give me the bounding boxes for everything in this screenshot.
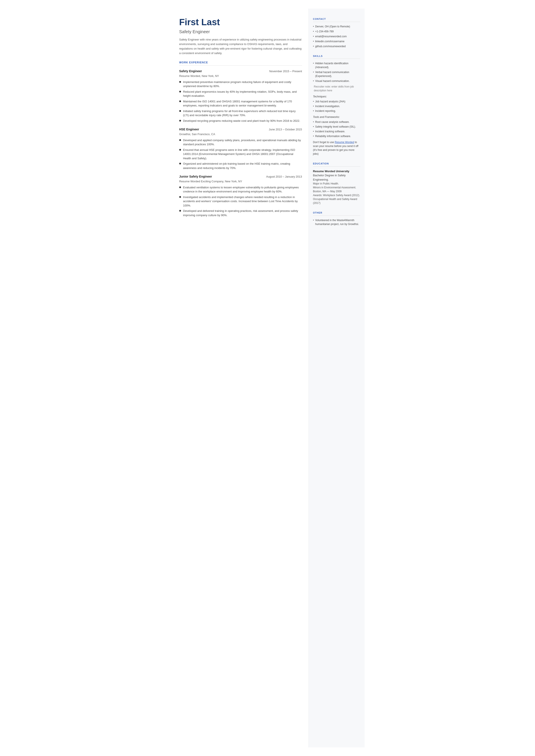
bullet-icon <box>179 210 181 211</box>
work-experience-header: WORK EXPERIENCE <box>179 61 302 66</box>
list-item: Ensured that annual HSE programs were in… <box>179 148 302 160</box>
bullet-icon <box>179 149 181 151</box>
job-header-2: HSE Engineer June 2013 – October 2015 <box>179 127 302 132</box>
education-header: EDUCATION <box>313 162 360 167</box>
bullet-icon <box>179 81 181 83</box>
list-item: Organized and administered on-job traini… <box>179 162 302 170</box>
list-item: Visual hazard communication. <box>313 79 360 83</box>
bullet-icon <box>179 196 181 198</box>
edu-entry-1: Resume Worded University Bachelor Degree… <box>313 169 360 205</box>
bullet-icon <box>179 91 181 93</box>
techniques-list: Job hazard analysis (JHA) Incident inves… <box>313 99 360 113</box>
other-list: Volunteered in the Waste4Warmth humanita… <box>313 218 360 226</box>
edu-location-date: Boston, MA — May 2009 <box>313 189 360 193</box>
list-item: Developed and delivered training in oper… <box>179 209 302 217</box>
job-dates-3: August 2010 – January 2013 <box>266 175 302 179</box>
right-column: CONTACT Denver, OH (Open to Remote) +1-2… <box>309 9 365 747</box>
list-item: Evaluated ventilation systems to lessen … <box>179 185 302 194</box>
bullet-icon <box>179 139 181 141</box>
contact-section: CONTACT Denver, OH (Open to Remote) +1-2… <box>313 17 360 48</box>
job-header-1: Safety Engineer November 2015 – Present <box>179 69 302 73</box>
edu-award-2: Occupational Health and Safety Award (20… <box>313 197 360 205</box>
recruiter-note: Recruiter note: enter skills from job de… <box>313 85 360 93</box>
rw-note-prefix: Don't forget to use <box>313 141 335 144</box>
list-item: Implemented preventive maintenance progr… <box>179 80 302 88</box>
list-item: Reduced plant ergonomics issues by 40% b… <box>179 90 302 98</box>
edu-major: Major in Public Health. <box>313 182 360 185</box>
bullet-icon <box>179 163 181 164</box>
job-company-1: Resume Worded, New York, NY <box>179 74 302 78</box>
list-item: Volunteered in the Waste4Warmth humanita… <box>313 218 360 226</box>
tools-label: Tools and Frameworks: <box>313 115 360 119</box>
candidate-name: First Last <box>179 17 302 27</box>
edu-school: Resume Worded University <box>313 169 360 174</box>
bullet-icon <box>179 100 181 102</box>
list-item: Maintained the ISO 14001 and OHSAS 18001… <box>179 99 302 108</box>
list-item: linkedin.com/in/username <box>313 40 360 43</box>
bullet-icon <box>179 186 181 188</box>
tools-list: Root cause analysis software. Safety int… <box>313 120 360 138</box>
job-title-1: Safety Engineer <box>179 69 202 73</box>
job-bullets-2: Developed and applied company safety pla… <box>179 138 302 170</box>
job-dates-1: November 2015 – Present <box>269 69 302 73</box>
techniques-label: Techniques: <box>313 95 360 98</box>
education-section: EDUCATION Resume Worded University Bache… <box>313 162 360 205</box>
list-item: Initiated safety training programs for a… <box>179 109 302 118</box>
contact-list: Denver, OH (Open to Remote) +1-234-456-7… <box>313 25 360 48</box>
other-header: OTHER <box>313 211 360 216</box>
list-item: +1-234-456-789 <box>313 30 360 33</box>
list-item: Job hazard analysis (JHA) <box>313 99 360 103</box>
job-bullets-1: Implemented preventive maintenance progr… <box>179 80 302 123</box>
work-experience-section: WORK EXPERIENCE Safety Engineer November… <box>179 61 302 217</box>
rw-note: Don't forget to use Resume Worded to sca… <box>313 140 360 156</box>
other-section: OTHER Volunteered in the Waste4Warmth hu… <box>313 211 360 226</box>
list-item: Reliability information software. <box>313 134 360 138</box>
list-item: github.com/resumeworded <box>313 44 360 48</box>
job-header-3: Junior Safety Engineer August 2010 – Jan… <box>179 174 302 179</box>
job-company-2: Growthsi, San Francisco, CA <box>179 132 302 136</box>
edu-degree: Bachelor Degree in Safety Engineering. <box>313 173 360 182</box>
candidate-title: Safety Engineer <box>179 28 302 35</box>
job-title-2: HSE Engineer <box>179 127 199 132</box>
list-item: Developed recycling programs reducing wa… <box>179 119 302 123</box>
job-bullets-3: Evaluated ventilation systems to lessen … <box>179 185 302 217</box>
job-company-3: Resume Worded Exciting Company, New York… <box>179 179 302 183</box>
left-column: First Last Safety Engineer Safety Engine… <box>171 9 309 747</box>
skills-section: SKILLS Hidden hazards identification (Ad… <box>313 54 360 156</box>
rw-link[interactable]: Resume Worded <box>335 141 354 144</box>
contact-header: CONTACT <box>313 17 360 22</box>
list-item: email@resumeworded.com <box>313 35 360 38</box>
list-item: Root cause analysis software. <box>313 120 360 124</box>
job-dates-2: June 2013 – October 2015 <box>269 127 302 132</box>
list-item: Safety integrity level software (SIL). <box>313 125 360 129</box>
job-entry-3: Junior Safety Engineer August 2010 – Jan… <box>179 174 302 217</box>
edu-minor: Minors in Environmental Assessment. <box>313 185 360 189</box>
list-item: Incident reporting. <box>313 109 360 113</box>
list-item: Developed and applied company safety pla… <box>179 138 302 147</box>
edu-award-1: Awards: Workplace Safety Award (2012). <box>313 193 360 197</box>
resume-page: First Last Safety Engineer Safety Engine… <box>171 0 365 756</box>
job-entry-2: HSE Engineer June 2013 – October 2015 Gr… <box>179 127 302 170</box>
skills-header: SKILLS <box>313 54 360 59</box>
list-item: Investigated accidents and implemented c… <box>179 195 302 208</box>
list-item: Incident investigation. <box>313 104 360 108</box>
job-entry-1: Safety Engineer November 2015 – Present … <box>179 69 302 123</box>
candidate-summary: Safety Engineer with nine years of exper… <box>179 38 302 55</box>
list-item: Hidden hazards identification (Advanced)… <box>313 61 360 69</box>
job-title-3: Junior Safety Engineer <box>179 174 212 179</box>
bullet-icon <box>179 110 181 112</box>
skills-main-list: Hidden hazards identification (Advanced)… <box>313 61 360 83</box>
list-item: Verbal hazard communication (Experienced… <box>313 70 360 78</box>
list-item: Denver, OH (Open to Remote) <box>313 25 360 28</box>
list-item: Incident tracking software. <box>313 129 360 133</box>
bullet-icon <box>179 120 181 122</box>
